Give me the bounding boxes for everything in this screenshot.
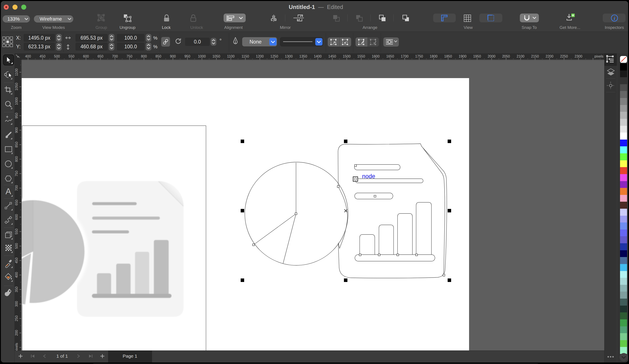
svg-text:pixels: pixels bbox=[595, 54, 603, 58]
svg-text:800: 800 bbox=[141, 54, 147, 58]
svg-text:650: 650 bbox=[98, 54, 104, 58]
svg-text:650: 650 bbox=[15, 200, 18, 205]
svg-text:i: i bbox=[614, 15, 615, 21]
svg-text:node: node bbox=[362, 173, 375, 180]
svg-text:600: 600 bbox=[15, 214, 18, 220]
svg-text:1900: 1900 bbox=[459, 54, 467, 58]
svg-text:850: 850 bbox=[156, 54, 161, 58]
svg-text:2100: 2100 bbox=[516, 54, 524, 58]
svg-text:1200: 1200 bbox=[256, 54, 264, 58]
svg-text:400: 400 bbox=[25, 54, 31, 58]
svg-text:200: 200 bbox=[15, 330, 18, 336]
svg-text:250: 250 bbox=[15, 315, 18, 321]
svg-text:1000: 1000 bbox=[15, 97, 18, 105]
svg-text:450: 450 bbox=[40, 54, 45, 58]
svg-text:2150: 2150 bbox=[531, 54, 539, 58]
svg-text:550: 550 bbox=[68, 54, 74, 58]
svg-text:1350: 1350 bbox=[299, 54, 307, 58]
svg-text:2250: 2250 bbox=[560, 54, 568, 58]
svg-text:750: 750 bbox=[15, 171, 18, 177]
svg-text:550: 550 bbox=[15, 229, 18, 235]
svg-text:1050: 1050 bbox=[15, 83, 18, 91]
svg-text:450: 450 bbox=[15, 257, 18, 263]
svg-text:700: 700 bbox=[112, 54, 118, 58]
svg-text:2300: 2300 bbox=[575, 54, 582, 58]
svg-text:1700: 1700 bbox=[401, 54, 409, 58]
svg-text:800: 800 bbox=[15, 156, 18, 162]
svg-text:700: 700 bbox=[15, 185, 18, 191]
svg-text:1100: 1100 bbox=[227, 54, 235, 58]
svg-text:500: 500 bbox=[54, 54, 60, 58]
svg-text:850: 850 bbox=[15, 142, 18, 148]
svg-text:pixels: pixels bbox=[15, 343, 18, 351]
svg-text:950: 950 bbox=[15, 113, 18, 119]
svg-text:1250: 1250 bbox=[270, 54, 278, 58]
svg-text:1100: 1100 bbox=[15, 68, 18, 76]
svg-text:2200: 2200 bbox=[546, 54, 554, 58]
svg-text:1600: 1600 bbox=[372, 54, 380, 58]
svg-text:1950: 1950 bbox=[473, 54, 481, 58]
svg-text:A: A bbox=[5, 187, 11, 196]
svg-text:900: 900 bbox=[170, 54, 176, 58]
svg-text:1750: 1750 bbox=[415, 54, 423, 58]
svg-text:750: 750 bbox=[127, 54, 132, 58]
svg-text:350: 350 bbox=[15, 287, 18, 292]
svg-text:1800: 1800 bbox=[430, 54, 438, 58]
svg-text:1050: 1050 bbox=[212, 54, 220, 58]
svg-text:600: 600 bbox=[83, 54, 89, 58]
svg-text:500: 500 bbox=[15, 243, 18, 249]
svg-text:1550: 1550 bbox=[357, 54, 365, 58]
svg-text:1850: 1850 bbox=[444, 54, 452, 58]
svg-text:2050: 2050 bbox=[502, 54, 510, 58]
svg-text:1000: 1000 bbox=[198, 54, 206, 58]
svg-text:400: 400 bbox=[15, 272, 18, 278]
svg-text:1400: 1400 bbox=[314, 54, 321, 58]
svg-text:1500: 1500 bbox=[343, 54, 351, 58]
svg-text:1650: 1650 bbox=[386, 54, 394, 58]
svg-text:900: 900 bbox=[15, 127, 18, 133]
svg-text:1150: 1150 bbox=[242, 54, 249, 58]
svg-text:300: 300 bbox=[15, 301, 18, 307]
svg-text:950: 950 bbox=[184, 54, 190, 58]
svg-text:2000: 2000 bbox=[488, 54, 495, 58]
svg-text:1450: 1450 bbox=[328, 54, 336, 58]
svg-text:1300: 1300 bbox=[285, 54, 293, 58]
